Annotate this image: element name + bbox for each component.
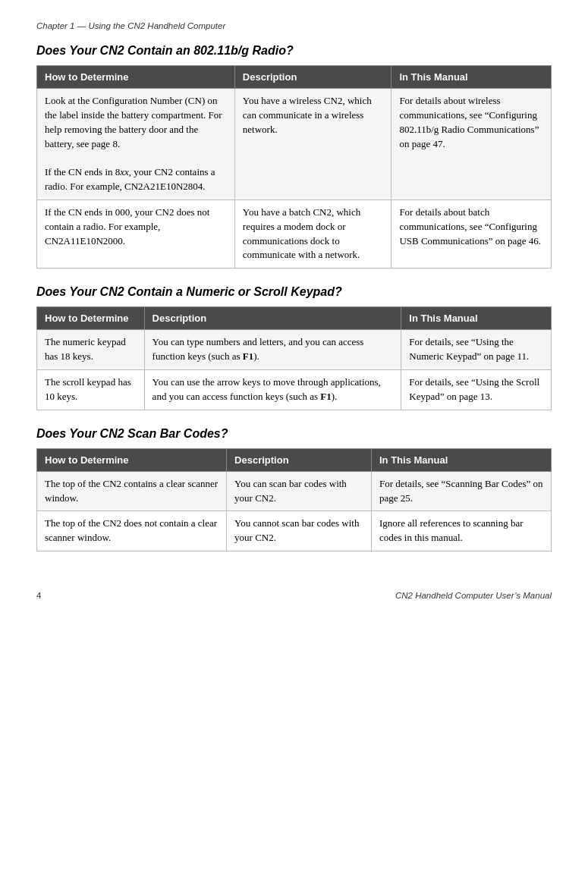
col-header-manual-2: In This Manual [401, 307, 552, 330]
table-row: The numeric keypad has 18 keys. You can … [37, 330, 552, 370]
cell-how-1-1: Look at the Configuration Number (CN) on… [37, 89, 235, 200]
col-header-how-2: How to Determine [37, 307, 145, 330]
cell-desc-2-2: You can use the arrow keys to move throu… [144, 369, 401, 410]
col-header-desc-1: Description [234, 66, 391, 89]
cell-desc-3-2: You cannot scan bar codes with your CN2. [227, 511, 372, 551]
section-title-keypad: Does Your CN2 Contain a Numeric or Scrol… [36, 285, 552, 299]
cell-how-2-2: The scroll keypad has 10 keys. [37, 369, 145, 410]
col-header-how-1: How to Determine [37, 66, 235, 89]
cell-manual-1-2: For details about batch communications, … [391, 199, 552, 268]
page-footer: 4 CN2 Handheld Computer User’s Manual [36, 568, 552, 600]
cell-how-3-2: The top of the CN2 does not contain a cl… [37, 511, 227, 551]
cell-how-1-2: If the CN ends in 000, your CN2 does not… [37, 199, 235, 268]
cell-desc-3-1: You can scan bar codes with your CN2. [227, 471, 372, 511]
table-row: If the CN ends in 000, your CN2 does not… [37, 199, 552, 268]
section-title-barcode: Does Your CN2 Scan Bar Codes? [36, 427, 552, 441]
col-header-manual-3: In This Manual [372, 448, 552, 471]
footer-manual-title: CN2 Handheld Computer User’s Manual [395, 591, 552, 600]
table-keypad: How to Determine Description In This Man… [36, 306, 552, 410]
cell-desc-1-2: You have a batch CN2, which requires a m… [234, 199, 391, 268]
f1-bold-1: F1 [243, 350, 253, 362]
cell-manual-2-2: For details, see “Using the Scroll Keypa… [401, 369, 552, 410]
cell-manual-1-1: For details about wireless communication… [391, 89, 552, 200]
col-header-desc-2: Description [144, 307, 401, 330]
table-row: Look at the Configuration Number (CN) on… [37, 89, 552, 200]
cell-manual-3-1: For details, see “Scanning Bar Codes” on… [372, 471, 552, 511]
section-title-radio: Does Your CN2 Contain an 802.11b/g Radio… [36, 44, 552, 58]
table-barcode: How to Determine Description In This Man… [36, 448, 552, 551]
table-row: The top of the CN2 does not contain a cl… [37, 511, 552, 551]
table-row: The scroll keypad has 10 keys. You can u… [37, 369, 552, 410]
col-header-manual-1: In This Manual [391, 66, 552, 89]
cell-desc-2-1: You can type numbers and letters, and yo… [144, 330, 401, 370]
table-radio: How to Determine Description In This Man… [36, 65, 552, 269]
cell-manual-2-1: For details, see “Using the Numeric Keyp… [401, 330, 552, 370]
cell-desc-1-1: You have a wireless CN2, which can commu… [234, 89, 391, 200]
chapter-header: Chapter 1 — Using the CN2 Handheld Compu… [36, 21, 552, 30]
footer-page-number: 4 [36, 591, 41, 600]
cell-how-2-1: The numeric keypad has 18 keys. [37, 330, 145, 370]
col-header-how-3: How to Determine [37, 448, 227, 471]
f1-bold-2: F1 [320, 391, 331, 402]
cell-how-3-1: The top of the CN2 contains a clear scan… [37, 471, 227, 511]
cell-manual-3-2: Ignore all references to scanning bar co… [372, 511, 552, 551]
table-row: The top of the CN2 contains a clear scan… [37, 471, 552, 511]
col-header-desc-3: Description [227, 448, 372, 471]
